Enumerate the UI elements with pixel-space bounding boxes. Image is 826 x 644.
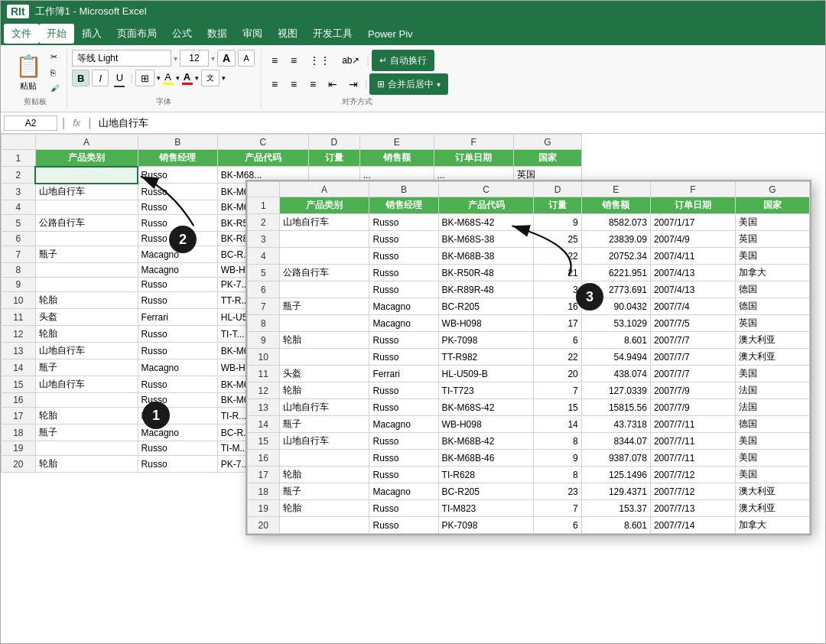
- popup-table-cell[interactable]: 加拿大: [735, 517, 809, 534]
- popup-table-cell[interactable]: BK-R50R-48: [438, 265, 534, 281]
- col-D[interactable]: D: [308, 135, 359, 150]
- table-cell[interactable]: [35, 278, 138, 292]
- popup-col-C[interactable]: C: [438, 182, 534, 197]
- menu-insert[interactable]: 插入: [74, 24, 109, 44]
- popup-table-cell[interactable]: 9387.078: [581, 450, 650, 467]
- popup-table-cell[interactable]: 53.1029: [581, 315, 650, 332]
- popup-col-D[interactable]: D: [534, 182, 581, 197]
- popup-table-cell[interactable]: 17: [534, 315, 581, 332]
- popup-table-cell[interactable]: [279, 517, 369, 534]
- popup-table-cell[interactable]: Russo: [369, 467, 438, 483]
- table-cell[interactable]: 山地自行车: [35, 376, 138, 393]
- popup-col-G[interactable]: G: [735, 182, 809, 197]
- popup-table-cell[interactable]: 43.7318: [581, 416, 650, 433]
- popup-table-cell[interactable]: 山地自行车: [279, 433, 369, 450]
- popup-table-cell[interactable]: 2007/7/14: [650, 517, 735, 534]
- popup-table-cell[interactable]: WB-H098: [438, 315, 534, 332]
- popup-table-cell[interactable]: 2007/7/9: [650, 399, 735, 416]
- col-C[interactable]: C: [217, 135, 308, 150]
- popup-table-cell[interactable]: [279, 231, 369, 248]
- popup-table-cell[interactable]: 2007/7/11: [650, 416, 735, 433]
- popup-table-cell[interactable]: Russo: [369, 265, 438, 281]
- fill-dropdown[interactable]: ▾: [176, 74, 180, 82]
- popup-table-cell[interactable]: 轮胎: [279, 332, 369, 349]
- popup-table-cell[interactable]: 21: [534, 265, 581, 281]
- popup-table-cell[interactable]: Macagno: [369, 416, 438, 433]
- popup-table-cell[interactable]: 英国: [735, 231, 809, 248]
- col-E[interactable]: E: [359, 135, 434, 150]
- popup-table-cell[interactable]: 德国: [735, 416, 809, 433]
- header-D[interactable]: 订量: [308, 150, 359, 167]
- popup-table-cell[interactable]: 法国: [735, 399, 809, 416]
- popup-table-cell[interactable]: 14: [534, 416, 581, 433]
- table-cell[interactable]: [35, 393, 138, 408]
- table-cell[interactable]: 瓶子: [35, 424, 138, 441]
- popup-table-cell[interactable]: 15815.56: [581, 399, 650, 416]
- popup-table-cell[interactable]: 23839.09: [581, 231, 650, 248]
- popup-table-cell[interactable]: 20: [534, 366, 581, 382]
- cell-ref-input[interactable]: [4, 115, 57, 131]
- popup-table-cell[interactable]: 2007/7/4: [650, 298, 735, 315]
- popup-table-cell[interactable]: 6: [534, 517, 581, 534]
- table-cell[interactable]: Russo: [138, 200, 217, 215]
- table-cell[interactable]: [35, 200, 138, 215]
- popup-table-cell[interactable]: Russo: [369, 248, 438, 265]
- menu-view[interactable]: 视图: [270, 24, 305, 44]
- table-cell[interactable]: 轮胎: [35, 292, 138, 309]
- wen-dropdown[interactable]: ▾: [222, 74, 226, 82]
- popup-table-cell[interactable]: BK-M68S-42: [438, 214, 534, 231]
- popup-table-cell[interactable]: Russo: [369, 433, 438, 450]
- auto-wrap-button[interactable]: ↵ 自动换行: [372, 50, 434, 71]
- table-cell[interactable]: Russo: [138, 343, 217, 359]
- table-cell[interactable]: 公路自行车: [35, 215, 138, 232]
- border-dropdown[interactable]: ▾: [157, 74, 161, 82]
- align-center-button[interactable]: ≡: [285, 76, 302, 93]
- popup-table-cell[interactable]: [279, 281, 369, 298]
- popup-table-cell[interactable]: 山地自行车: [279, 399, 369, 416]
- popup-table-cell[interactable]: 德国: [735, 281, 809, 298]
- popup-table-cell[interactable]: BK-M68B-38: [438, 248, 534, 265]
- font-size-input[interactable]: [180, 50, 209, 67]
- copy-button[interactable]: ⎘: [49, 66, 60, 80]
- align-top-left-button[interactable]: ≡: [266, 52, 283, 69]
- popup-table-cell[interactable]: 23: [534, 483, 581, 500]
- popup-table-cell[interactable]: Russo: [369, 349, 438, 366]
- popup-table-cell[interactable]: 2007/4/9: [650, 231, 735, 248]
- popup-table-cell[interactable]: 3: [534, 281, 581, 298]
- popup-table-cell[interactable]: 瓶子: [279, 298, 369, 315]
- popup-table-cell[interactable]: Russo: [369, 500, 438, 517]
- align-right-button[interactable]: ≡: [304, 76, 321, 93]
- popup-table-cell[interactable]: 2007/7/7: [650, 349, 735, 366]
- popup-table-cell[interactable]: PK-7098: [438, 517, 534, 534]
- header-B[interactable]: 销售经理: [138, 150, 217, 167]
- popup-table-cell[interactable]: 轮胎: [279, 500, 369, 517]
- popup-table-cell[interactable]: 轮胎: [279, 382, 369, 399]
- table-cell[interactable]: 瓶子: [35, 359, 138, 376]
- table-cell[interactable]: Russo: [138, 376, 217, 393]
- popup-table-cell[interactable]: 153.37: [581, 500, 650, 517]
- table-cell[interactable]: Ferrari: [138, 309, 217, 326]
- indent-decrease-button[interactable]: ⇤: [324, 76, 342, 93]
- popup-table-cell[interactable]: TI-T723: [438, 382, 534, 399]
- popup-table-cell[interactable]: BK-R89R-48: [438, 281, 534, 298]
- popup-table-cell[interactable]: Russo: [369, 517, 438, 534]
- popup-table-cell[interactable]: Ferrari: [369, 366, 438, 382]
- popup-table-cell[interactable]: BK-M68B-42: [438, 433, 534, 450]
- menu-page-layout[interactable]: 页面布局: [109, 24, 164, 44]
- popup-header-F[interactable]: 订单日期: [650, 197, 735, 214]
- popup-table-cell[interactable]: 澳大利亚: [735, 483, 809, 500]
- popup-table-cell[interactable]: 法国: [735, 382, 809, 399]
- popup-table-cell[interactable]: Russo: [369, 281, 438, 298]
- angle-text-button[interactable]: ab↗: [337, 52, 364, 69]
- table-cell[interactable]: 轮胎: [35, 408, 138, 424]
- popup-table-cell[interactable]: 2007/7/5: [650, 315, 735, 332]
- popup-table-cell[interactable]: 8.601: [581, 517, 650, 534]
- indent-increase-button[interactable]: ⇥: [344, 76, 363, 93]
- popup-table-cell[interactable]: [279, 315, 369, 332]
- popup-col-E[interactable]: E: [581, 182, 650, 197]
- popup-col-A[interactable]: A: [279, 182, 369, 197]
- popup-table-cell[interactable]: 25: [534, 231, 581, 248]
- popup-table-cell[interactable]: 2007/7/7: [650, 332, 735, 349]
- menu-review[interactable]: 审阅: [235, 24, 270, 44]
- font-name-input[interactable]: [72, 50, 171, 67]
